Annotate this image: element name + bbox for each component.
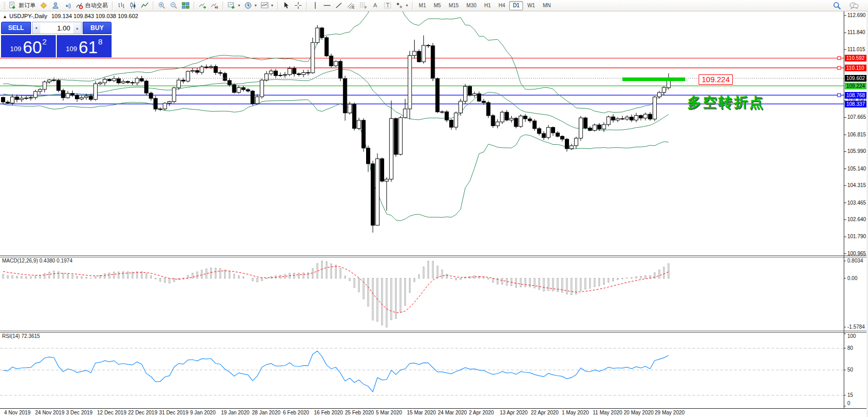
price-tick-label: 107.665 bbox=[847, 114, 868, 120]
volume-decrease-button[interactable]: ▼ bbox=[33, 22, 40, 34]
crosshair-icon bbox=[294, 2, 302, 9]
accounts-button[interactable] bbox=[50, 1, 61, 11]
toolbar-grip[interactable] bbox=[4, 2, 5, 9]
chat-button[interactable] bbox=[847, 1, 861, 11]
svg-text:A: A bbox=[373, 2, 377, 8]
buy-price-pip: 8 bbox=[98, 37, 102, 46]
cursor-button[interactable] bbox=[280, 1, 292, 11]
chart-shift-button[interactable] bbox=[209, 1, 220, 11]
new-chart-icon bbox=[228, 2, 235, 9]
chart-shift-icon bbox=[211, 2, 218, 9]
profiles-button[interactable] bbox=[38, 1, 50, 11]
timeframe-bar: M1M5M15M30H1H4D1W1MN bbox=[415, 1, 555, 10]
tile-windows-button[interactable] bbox=[180, 1, 192, 11]
turning-point-text[interactable]: 多空转折点 bbox=[687, 93, 765, 112]
bollinger-lower bbox=[3, 100, 669, 221]
highlight-segment bbox=[622, 78, 685, 81]
timeframe-mn-button[interactable]: MN bbox=[539, 1, 555, 10]
price-tick-label: 105.140 bbox=[847, 166, 868, 172]
line-handle bbox=[838, 94, 841, 97]
search-button[interactable] bbox=[831, 1, 843, 11]
volume-increase-button[interactable]: ▲ bbox=[73, 22, 81, 34]
tile-windows-icon bbox=[182, 2, 190, 9]
trendline-tool-button[interactable] bbox=[333, 1, 345, 11]
date-label: 6 Feb 2020 bbox=[283, 410, 309, 415]
price-tick-label: 103.465 bbox=[847, 200, 868, 206]
arrows-icon bbox=[396, 2, 403, 9]
timeframe-h4-button[interactable]: H4 bbox=[495, 1, 509, 10]
equidistant-channel-icon: E bbox=[347, 2, 355, 9]
autotrading-label: 自动交易 bbox=[85, 2, 108, 9]
date-label: 22 Dec 2019 bbox=[128, 410, 157, 415]
toolbar-separator bbox=[223, 2, 224, 10]
timeframe-m1-button[interactable]: M1 bbox=[415, 1, 430, 10]
sell-quote[interactable]: 109602 bbox=[1, 35, 56, 57]
volume-input[interactable] bbox=[40, 22, 73, 34]
chart-line-button[interactable] bbox=[139, 1, 151, 11]
indicators-button[interactable]: ▾ bbox=[259, 1, 275, 11]
signals-button[interactable] bbox=[61, 1, 73, 11]
text-tool-button[interactable]: A bbox=[370, 1, 382, 11]
bar-chart-icon bbox=[117, 2, 125, 9]
rsi-scale-label: 0 bbox=[847, 400, 850, 407]
macd-label: MACD(12,26,9) 0.4380 0.1974 bbox=[2, 258, 72, 264]
buy-quote[interactable]: 109618 bbox=[57, 35, 112, 57]
chart-candles-button[interactable] bbox=[127, 1, 139, 11]
toolbar-right bbox=[831, 1, 866, 11]
zoom-out-button[interactable] bbox=[168, 1, 180, 11]
chat-icon bbox=[849, 2, 859, 10]
rsi-label: RSI(14) 72.3615 bbox=[2, 333, 40, 339]
chart-title: ▲USDJPY-,Daily109.134 109.843 109.038 10… bbox=[3, 13, 138, 19]
mt4-window: 新订单 自动交易 bbox=[0, 0, 868, 417]
account-person-icon bbox=[52, 2, 59, 9]
macd-layer bbox=[3, 261, 669, 327]
vertical-line-tool-button[interactable] bbox=[309, 1, 321, 11]
macd-scale-max: 0.8034 bbox=[847, 258, 863, 264]
timeframe-h1-button[interactable]: H1 bbox=[481, 1, 495, 10]
chart-bars-button[interactable] bbox=[115, 1, 127, 11]
date-label: 20 May 2020 bbox=[624, 410, 654, 415]
price-tick-label: 105.990 bbox=[847, 148, 868, 155]
price-annotation-box[interactable]: 109.224 bbox=[699, 74, 733, 85]
vertical-line-icon bbox=[311, 2, 319, 9]
toolbar-separator bbox=[153, 2, 154, 10]
timeframe-m15-button[interactable]: M15 bbox=[445, 1, 462, 10]
date-label: 29 May 2020 bbox=[655, 410, 685, 415]
date-label: 5 Mar 2020 bbox=[376, 410, 402, 415]
price-tick-label: 104.315 bbox=[847, 182, 868, 189]
date-label: 24 Nov 2019 bbox=[35, 410, 65, 415]
line-price-label: 109.224 bbox=[845, 83, 867, 89]
chart-canvas[interactable] bbox=[0, 11, 868, 417]
price-tick-label: 111.840 bbox=[847, 29, 868, 36]
toolbar-separator bbox=[112, 2, 113, 10]
timeframe-d1-button[interactable]: D1 bbox=[509, 1, 523, 10]
line-price-label: 110.592 bbox=[845, 55, 867, 61]
new-order-button[interactable]: 新订单 bbox=[7, 1, 38, 11]
line-chart-icon bbox=[141, 2, 149, 9]
auto-scroll-button[interactable] bbox=[197, 1, 209, 11]
horizontal-line-tool-button[interactable] bbox=[321, 1, 333, 11]
timeframe-w1-button[interactable]: W1 bbox=[524, 1, 539, 10]
periods-button[interactable]: ▾ bbox=[242, 1, 259, 11]
crosshair-button[interactable] bbox=[292, 1, 304, 11]
line-price-label: 108.768 bbox=[845, 92, 867, 99]
date-label: 16 Feb 2020 bbox=[314, 410, 343, 415]
text-label-tool-button[interactable]: T bbox=[382, 1, 393, 11]
new-order-icon bbox=[9, 2, 17, 9]
chart-menu-icon[interactable]: ▲ bbox=[3, 14, 7, 19]
fibonacci-tool-button[interactable]: F bbox=[357, 1, 370, 11]
buy-button[interactable]: BUY bbox=[83, 22, 112, 34]
timeframe-m30-button[interactable]: M30 bbox=[463, 1, 480, 10]
channel-tool-button[interactable]: E bbox=[345, 1, 357, 11]
autotrading-button[interactable]: 自动交易 bbox=[73, 1, 110, 11]
new-chart-button[interactable]: ▾ bbox=[226, 1, 242, 11]
zoom-in-icon bbox=[158, 2, 166, 9]
timeframe-m5-button[interactable]: M5 bbox=[430, 1, 445, 10]
sell-button[interactable]: SELL bbox=[1, 22, 31, 34]
date-label: 1 May 2020 bbox=[562, 410, 589, 415]
date-label: 31 Dec 2019 bbox=[159, 410, 188, 415]
candlestick-chart-icon bbox=[129, 2, 137, 9]
auto-scroll-icon bbox=[199, 2, 207, 9]
zoom-in-button[interactable] bbox=[156, 1, 168, 11]
arrows-tool-button[interactable]: ▾ bbox=[393, 1, 410, 11]
